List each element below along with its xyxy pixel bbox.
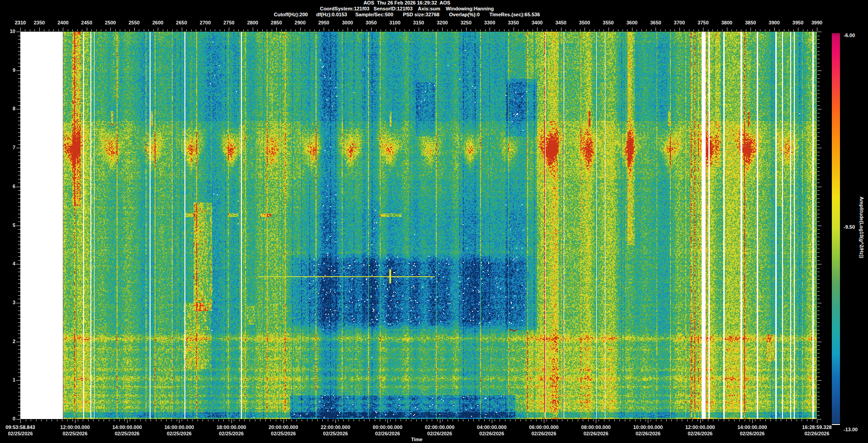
y-axis-minor-tick [18, 179, 20, 179]
top-axis-minor-tick [177, 29, 177, 31]
top-axis-minor-tick [91, 29, 92, 31]
time-tick-label: 12:00:00.000 [678, 424, 723, 430]
top-axis-minor-tick [201, 29, 201, 31]
y-axis-minor-tick [18, 217, 20, 218]
y-axis-right-minor-tick [817, 128, 820, 129]
y-axis-right-minor-tick [817, 241, 820, 241]
y-axis-minor-tick [18, 98, 20, 98]
time-tick-label: 08:00:00.000 [573, 424, 618, 430]
y-axis-right-minor-tick [817, 167, 820, 168]
top-axis-tick-label: 2700 [195, 20, 215, 26]
top-axis-minor-tick [684, 29, 684, 31]
time-axis-minor-tick [223, 419, 224, 421]
y-axis-right-minor-tick [817, 279, 820, 280]
time-axis-minor-tick [682, 419, 682, 421]
y-axis-right-minor-tick [817, 287, 820, 288]
y-axis-minor-tick [18, 82, 20, 82]
time-axis-minor-tick [489, 419, 490, 421]
y-axis-major-tick [16, 264, 20, 264]
top-axis-major-tick [419, 28, 419, 31]
top-axis-tick-label: 2310 [10, 20, 30, 26]
time-tick-label: 18:00:00.000 [209, 424, 254, 430]
top-axis-minor-tick [623, 29, 623, 31]
top-axis-major-tick [585, 28, 585, 31]
top-axis-minor-tick [793, 29, 794, 31]
y-axis-right-minor-tick [817, 90, 820, 90]
time-axis-minor-tick [192, 419, 193, 421]
spectrogram-plot[interactable] [20, 32, 817, 419]
y-axis-right-minor-tick [817, 101, 820, 102]
time-axis-minor-tick [812, 419, 812, 421]
date-tick-label: 02/26/2026 [678, 431, 723, 437]
y-axis-right-minor-tick [817, 55, 820, 55]
top-axis-minor-tick [291, 29, 291, 31]
y-axis-minor-tick [18, 66, 20, 67]
time-axis-minor-tick [406, 419, 406, 421]
top-axis-minor-tick [571, 29, 571, 31]
top-axis-minor-tick [779, 29, 779, 31]
y-axis-right-minor-tick [817, 198, 820, 199]
y-axis-minor-tick [18, 183, 20, 183]
time-axis-minor-tick [505, 419, 505, 421]
time-tick-label: 14:00:00.000 [104, 424, 150, 430]
y-axis-major-tick [16, 303, 20, 303]
top-axis-major-tick [20, 28, 21, 31]
y-axis-minor-tick [18, 357, 20, 358]
top-axis-minor-tick [523, 29, 524, 31]
y-axis-minor-tick [18, 384, 20, 385]
top-axis-minor-tick [433, 29, 433, 31]
time-axis-major-tick [387, 419, 388, 423]
y-axis-right-minor-tick [817, 163, 820, 164]
y-axis-right-minor-tick [817, 377, 820, 377]
time-axis-minor-tick [567, 419, 568, 421]
time-tick-label: 20:00:00.000 [261, 424, 306, 430]
time-axis-minor-tick [369, 419, 370, 421]
top-axis-minor-tick [329, 29, 329, 31]
top-axis-minor-tick [120, 29, 120, 31]
y-axis-minor-tick [18, 190, 20, 191]
y-axis-minor-tick [18, 283, 20, 284]
top-axis-minor-tick [590, 29, 590, 31]
top-axis-tick-label: 3550 [599, 20, 618, 26]
top-axis-tick-label: 3450 [551, 20, 571, 26]
y-axis-right-minor-tick [817, 51, 820, 52]
time-axis-minor-tick [385, 419, 386, 421]
time-tick-label: 00:00:00.000 [365, 424, 410, 430]
top-axis-minor-tick [689, 29, 689, 31]
time-axis-minor-tick [333, 419, 333, 421]
time-tick-label: 02:00:00.000 [417, 424, 462, 430]
top-axis-minor-tick [746, 29, 746, 31]
time-axis-minor-tick [588, 419, 589, 421]
y-axis-minor-tick [18, 78, 20, 79]
time-axis-major-tick [817, 419, 817, 423]
time-axis-minor-tick [745, 419, 745, 421]
top-axis-minor-tick [604, 29, 604, 31]
top-axis-minor-tick [352, 29, 353, 31]
top-axis-minor-tick [106, 29, 106, 31]
time-axis-minor-tick [729, 419, 729, 421]
time-axis-minor-tick [562, 419, 562, 421]
time-axis-major-tick [492, 419, 492, 423]
header-title: AOS Thu 26 Feb 2026 16:29:32 AOS [0, 0, 814, 6]
time-axis-minor-tick [495, 419, 495, 421]
date-tick-label: 02/26/2026 [730, 431, 775, 437]
top-axis-major-tick [300, 28, 301, 31]
y-axis-right-minor-tick [817, 82, 820, 82]
top-axis-minor-tick [533, 29, 533, 31]
top-axis-minor-tick [44, 29, 44, 31]
y-axis-minor-tick [18, 74, 20, 75]
top-axis-tick-label: 2900 [290, 20, 310, 26]
y-axis-right-minor-tick [817, 349, 820, 350]
top-axis-minor-tick [139, 29, 139, 31]
top-axis-minor-tick [310, 29, 310, 31]
top-axis-minor-tick [712, 29, 713, 31]
top-axis-major-tick [679, 28, 680, 31]
y-axis-right-minor-tick [817, 175, 820, 175]
y-axis-right-minor-tick [817, 407, 820, 408]
y-axis-minor-tick [18, 279, 20, 280]
y-axis-right-minor-tick [817, 334, 820, 334]
y-axis-right-major-tick [817, 264, 821, 264]
time-axis-minor-tick [677, 419, 677, 421]
top-axis-major-tick [324, 28, 324, 31]
top-axis-minor-tick [518, 29, 519, 31]
